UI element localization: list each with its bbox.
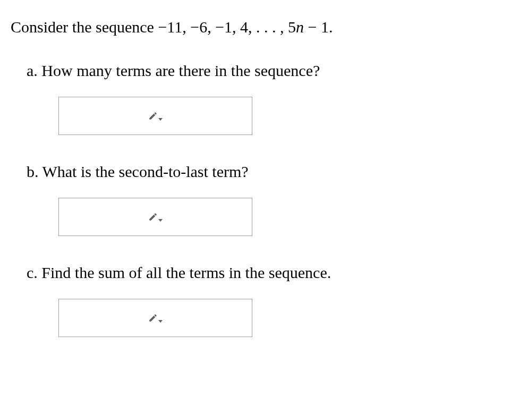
answer-c-wrap [27, 299, 499, 337]
question-a: a. How many terms are there in the seque… [27, 60, 499, 82]
subparts-container: a. How many terms are there in the seque… [11, 60, 499, 337]
answer-input-c[interactable] [58, 299, 252, 337]
question-c-label: c. Find the sum of all the terms in the … [27, 264, 331, 281]
problem-intro: Consider the sequence −11, −6, −1, 4, . … [11, 16, 499, 38]
question-c: c. Find the sum of all the terms in the … [27, 262, 499, 284]
answer-b-wrap [27, 198, 499, 236]
answer-input-a[interactable] [58, 97, 252, 135]
question-b-label: b. What is the second-to-last term? [27, 163, 249, 180]
answer-a-wrap [27, 97, 499, 135]
sequence-var: n [296, 18, 304, 36]
question-b: b. What is the second-to-last term? [27, 161, 499, 183]
chevron-down-icon [158, 320, 163, 323]
answer-input-b[interactable] [58, 198, 252, 236]
sequence-suffix: − 1. [304, 18, 333, 36]
chevron-down-icon [158, 118, 163, 121]
pencil-icon [148, 313, 163, 323]
question-a-label: a. How many terms are there in the seque… [27, 62, 320, 79]
pencil-icon [148, 212, 163, 222]
pencil-icon [148, 111, 163, 121]
chevron-down-icon [158, 219, 163, 222]
sequence-text: −11, −6, −1, 4, . . . , 5 [158, 18, 296, 36]
intro-prefix: Consider the sequence [11, 18, 158, 36]
